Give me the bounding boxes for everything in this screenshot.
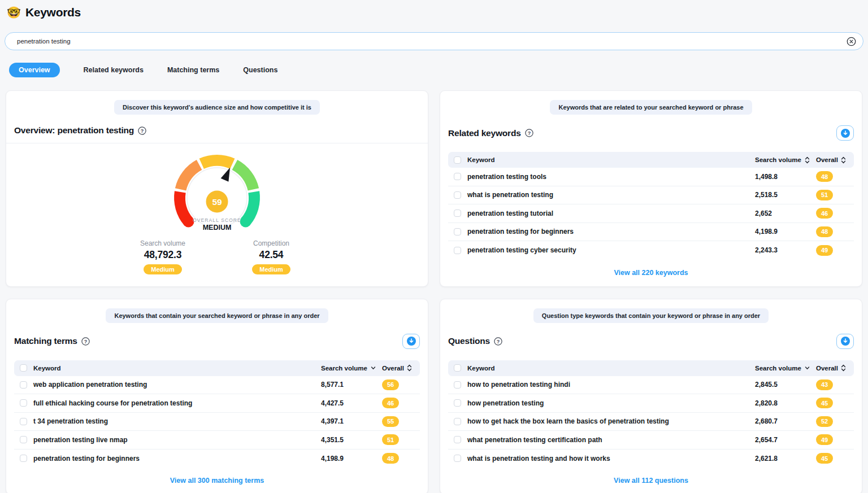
- tab-questions[interactable]: Questions: [243, 63, 277, 77]
- table-row[interactable]: penetration testing for beginners 4,198.…: [14, 450, 420, 468]
- table-row[interactable]: web application penetration testing 8,57…: [14, 376, 420, 395]
- table-row[interactable]: penetration testing tutorial 2,652 46: [448, 204, 854, 223]
- row-checkbox[interactable]: [454, 399, 461, 407]
- keyword-cell: penetration testing tools: [467, 173, 755, 181]
- overall-score-badge: 48: [816, 171, 833, 182]
- select-all-checkbox[interactable]: [454, 364, 461, 372]
- questions-title: Questions: [448, 336, 490, 346]
- view-all-questions-link[interactable]: View all 112 questions: [614, 477, 688, 485]
- related-keywords-card: Keywords that are related to your search…: [440, 90, 862, 287]
- select-all-checkbox[interactable]: [454, 156, 461, 164]
- row-checkbox[interactable]: [20, 418, 27, 425]
- keyword-cell: penetration testing cyber security: [467, 246, 755, 254]
- table-row[interactable]: t 34 penetration testing 4,397.1 55: [14, 413, 420, 431]
- keyword-cell: penetration testing tutorial: [467, 210, 755, 217]
- row-checkbox[interactable]: [454, 436, 461, 443]
- row-checkbox[interactable]: [454, 173, 461, 180]
- keyword-cell: what penetration testing certification p…: [467, 436, 755, 444]
- row-checkbox[interactable]: [454, 381, 461, 389]
- related-keywords-table: penetration testing tools 1,498.8 48 wha…: [448, 168, 854, 260]
- overall-score-gauge: 59 OVERALL SCORE MEDIUM Search volume 48…: [14, 148, 420, 274]
- table-row[interactable]: how penetration testing 2,820.8 45: [448, 394, 854, 413]
- row-checkbox[interactable]: [20, 455, 27, 462]
- gauge-score-label: OVERALL SCORE: [193, 217, 241, 223]
- competition-label: Competition: [253, 239, 289, 247]
- overall-score-badge: 51: [382, 434, 399, 445]
- search-volume-value: 48,792.3: [144, 249, 182, 261]
- keyword-cell: t 34 penetration testing: [33, 417, 321, 425]
- select-all-checkbox[interactable]: [20, 364, 27, 372]
- svg-text:?: ?: [497, 338, 500, 344]
- keyword-cell: how to get hack the box learn the basics…: [467, 417, 755, 425]
- overall-column-header[interactable]: Overall: [816, 156, 848, 164]
- row-checkbox[interactable]: [454, 455, 461, 462]
- clear-search-icon[interactable]: [846, 36, 856, 46]
- tab-related-keywords[interactable]: Related keywords: [84, 63, 144, 77]
- app-header: 🤓 Keywords: [0, 0, 868, 19]
- download-button[interactable]: [402, 334, 420, 349]
- sort-both-icon[interactable]: [841, 156, 846, 164]
- overall-score-badge: 43: [816, 379, 833, 390]
- sort-both-icon[interactable]: [841, 364, 846, 372]
- sort-descending-icon[interactable]: [371, 364, 376, 372]
- view-all-keywords-link[interactable]: View all 220 keywords: [614, 269, 688, 277]
- help-icon[interactable]: ?: [494, 337, 502, 346]
- view-all-matching-terms-link[interactable]: View all 300 matching terms: [170, 477, 264, 485]
- row-checkbox[interactable]: [454, 191, 461, 199]
- matching-terms-card: Keywords that contain your searched keyw…: [6, 299, 428, 493]
- matching-terms-banner: Keywords that contain your searched keyw…: [106, 308, 328, 323]
- row-checkbox[interactable]: [20, 436, 27, 443]
- table-header: Keyword Search volume Overall: [448, 360, 854, 376]
- overview-banner: Discover this keyword's audience size an…: [114, 100, 320, 115]
- table-row[interactable]: how to penetration testing hindi 2,845.5…: [448, 376, 854, 395]
- table-row[interactable]: what is penetration testing 2,518.5 51: [448, 186, 854, 205]
- search-bar[interactable]: [5, 32, 863, 50]
- search-volume-cell: 2,652: [755, 210, 816, 217]
- sort-both-icon[interactable]: [407, 364, 412, 372]
- row-checkbox[interactable]: [454, 418, 461, 425]
- questions-banner: Question type keywords that contain your…: [533, 308, 769, 323]
- table-row[interactable]: penetration testing live nmap 4,351.5 51: [14, 431, 420, 450]
- sort-descending-icon[interactable]: [805, 364, 810, 372]
- overall-score-badge: 46: [382, 398, 399, 408]
- table-row[interactable]: penetration testing cyber security 2,243…: [448, 241, 854, 260]
- keyword-cell: penetration testing for beginners: [33, 455, 321, 463]
- keyword-column-header: Keyword: [33, 365, 321, 372]
- sort-both-icon[interactable]: [805, 156, 810, 164]
- table-row[interactable]: what penetration testing certification p…: [448, 431, 854, 450]
- overall-score-badge: 49: [816, 434, 833, 445]
- table-header: Keyword Search volume Overall: [14, 360, 420, 376]
- row-checkbox[interactable]: [20, 381, 27, 389]
- row-checkbox[interactable]: [454, 210, 461, 217]
- tab-bar: Overview Related keywords Matching terms…: [9, 63, 859, 77]
- table-row[interactable]: penetration testing for beginners 4,198.…: [448, 223, 854, 242]
- row-checkbox[interactable]: [20, 399, 27, 407]
- table-row[interactable]: full ethical hacking course for penetrat…: [14, 394, 420, 413]
- table-row[interactable]: how to get hack the box learn the basics…: [448, 413, 854, 431]
- download-button[interactable]: [836, 125, 854, 141]
- help-icon[interactable]: ?: [525, 129, 533, 137]
- overall-score-badge: 49: [816, 245, 833, 256]
- keyword-cell: how penetration testing: [467, 399, 755, 407]
- overview-card-title: Overview: penetration testing: [14, 125, 134, 136]
- download-button[interactable]: [836, 334, 854, 349]
- overall-score-badge: 48: [382, 453, 399, 464]
- search-volume-column-header[interactable]: Search volume: [755, 156, 816, 164]
- search-volume-column-header[interactable]: Search volume: [755, 364, 816, 372]
- table-row[interactable]: penetration testing tools 1,498.8 48: [448, 168, 854, 186]
- tab-overview[interactable]: Overview: [9, 63, 60, 77]
- search-volume-column-header[interactable]: Search volume: [321, 364, 382, 372]
- overall-column-header[interactable]: Overall: [382, 364, 414, 372]
- row-checkbox[interactable]: [454, 247, 461, 254]
- help-icon[interactable]: ?: [138, 126, 146, 135]
- competition-stat: Competition 42.54 Medium: [235, 239, 308, 274]
- table-row[interactable]: what is penetration testing and how it w…: [448, 450, 854, 468]
- help-icon[interactable]: ?: [81, 337, 90, 346]
- row-checkbox[interactable]: [454, 228, 461, 235]
- tab-matching-terms[interactable]: Matching terms: [167, 63, 219, 77]
- search-input[interactable]: [17, 38, 846, 45]
- overall-score-badge: 45: [816, 453, 833, 464]
- gauge-segment-amber: [202, 160, 233, 164]
- page-title: Keywords: [25, 6, 81, 19]
- overall-column-header[interactable]: Overall: [816, 364, 848, 372]
